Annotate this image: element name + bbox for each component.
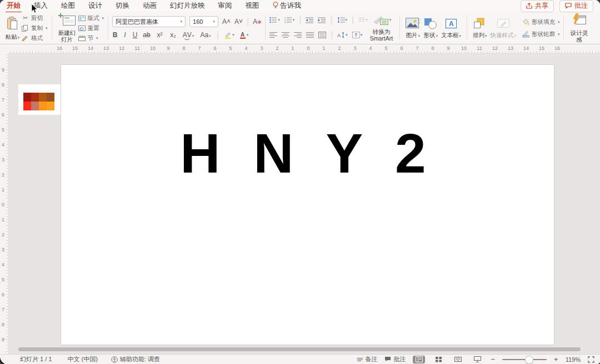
- hruler-number: 14: [523, 46, 529, 51]
- zoom-slider[interactable]: [502, 359, 547, 360]
- language-indicator[interactable]: 中文 (中国): [67, 355, 97, 363]
- new-slide-button[interactable]: 新建幻灯片: [56, 12, 78, 44]
- paste-button[interactable]: 粘贴▾: [3, 15, 22, 41]
- slide-sorter-view-button[interactable]: [432, 356, 444, 363]
- distribute-text-button[interactable]: [318, 32, 326, 38]
- shape-fill-button[interactable]: 形状填充▾: [522, 18, 560, 26]
- layout-button[interactable]: 版式▾: [78, 14, 104, 22]
- tab-transitions[interactable]: 切换: [116, 0, 129, 13]
- copy-button[interactable]: 复制▾: [22, 24, 48, 32]
- tab-design[interactable]: 设计: [88, 0, 102, 13]
- lightbulb-icon: [273, 2, 278, 11]
- normal-view-button[interactable]: [413, 356, 425, 363]
- tab-animations[interactable]: 动画: [143, 0, 157, 13]
- tab-view[interactable]: 视图: [246, 0, 259, 13]
- reading-view-button[interactable]: [452, 356, 464, 363]
- tab-review[interactable]: 审阅: [218, 0, 232, 13]
- tab-label: 切换: [116, 1, 129, 11]
- scissors-icon: ✂: [22, 14, 29, 22]
- vertical-ruler: 9876543210123456789: [0, 53, 9, 354]
- hruler-number: 2: [338, 46, 341, 51]
- svg-text:A: A: [241, 32, 244, 38]
- format-painter-button[interactable]: 格式: [22, 34, 48, 42]
- section-button[interactable]: 节▾: [78, 34, 104, 42]
- slideshow-view-button[interactable]: [471, 356, 483, 363]
- strikethrough-button[interactable]: ab: [143, 31, 151, 39]
- change-case-button[interactable]: Aa▾: [199, 31, 212, 39]
- highlight-color-button[interactable]: ▾: [224, 32, 234, 39]
- line-spacing-button[interactable]: ▾: [337, 17, 348, 23]
- notes-button[interactable]: 备注: [356, 355, 377, 363]
- align-center-button[interactable]: [282, 32, 289, 38]
- comments-filled-icon: [384, 356, 391, 362]
- character-spacing-button[interactable]: A͜V▾: [182, 31, 194, 39]
- quick-styles-label: 快速样式: [490, 32, 513, 38]
- superscript-button[interactable]: x²: [156, 31, 164, 39]
- workspace: 1615141312111098765432101234567891011121…: [0, 45, 600, 354]
- comments-toggle-button[interactable]: 批注: [384, 355, 406, 363]
- smartart-graphic-icon[interactable]: ▾: [372, 14, 392, 26]
- align-text-button[interactable]: ▾: [352, 32, 363, 38]
- slide-canvas[interactable]: H N Y 2: [61, 65, 554, 345]
- hruler-number: 1: [291, 46, 294, 51]
- arrange-button[interactable]: 排列▾: [471, 17, 489, 39]
- shapes-button[interactable]: 形状▾: [422, 17, 439, 39]
- picture-button[interactable]: 图片▾: [404, 17, 422, 39]
- zoom-slider-knob[interactable]: [525, 356, 533, 364]
- comments-button[interactable]: 批注: [559, 0, 593, 12]
- tab-draw[interactable]: 绘图: [61, 0, 75, 13]
- zoom-out-button[interactable]: −: [491, 355, 495, 363]
- convert-to-smartart-label[interactable]: 转换为 SmartArt: [367, 28, 396, 42]
- font-name-select[interactable]: 阿里巴巴普惠体▾: [112, 16, 186, 27]
- shape-outline-button[interactable]: 形状轮廓▾: [522, 31, 560, 38]
- tab-label: 审阅: [218, 1, 232, 11]
- increase-font-size-button[interactable]: A˄: [222, 18, 231, 26]
- tab-label: 幻灯片放映: [170, 1, 205, 11]
- textbox-button[interactable]: A 文本框▾: [439, 17, 463, 39]
- tab-slideshow[interactable]: 幻灯片放映: [170, 0, 205, 13]
- hruler-number: 4: [244, 46, 247, 51]
- accessibility-status[interactable]: 辅助功能: 调查: [111, 355, 160, 363]
- palette-swatch: [47, 93, 54, 102]
- fit-to-window-icon[interactable]: [588, 356, 594, 363]
- tab-home[interactable]: 开始: [7, 0, 21, 13]
- underline-button[interactable]: U: [132, 31, 138, 39]
- subscript-button[interactable]: x₂: [169, 31, 177, 39]
- quick-styles-button[interactable]: 快速样式▾: [488, 17, 518, 39]
- text-direction-button[interactable]: A▾: [337, 32, 348, 38]
- columns-button[interactable]: ▾: [358, 17, 368, 23]
- font-size-select[interactable]: 160▾: [189, 16, 218, 27]
- italic-button[interactable]: I: [123, 31, 127, 39]
- justify-button[interactable]: [306, 32, 314, 38]
- zoom-in-button[interactable]: +: [554, 355, 558, 363]
- clear-formatting-button[interactable]: A✱: [253, 18, 261, 26]
- arrange-label: 排列: [473, 32, 484, 38]
- vruler-number: 6: [2, 292, 4, 297]
- align-right-button[interactable]: [294, 32, 302, 38]
- design-ideas-group: 设计灵感: [566, 13, 592, 43]
- picture-icon: [406, 18, 420, 31]
- numbering-button[interactable]: 123▾: [284, 17, 295, 23]
- font-group: 阿里巴巴普惠体▾ 160▾ A˄ A˅ | A✱ B I U ab x²: [110, 13, 263, 43]
- offslide-image[interactable]: [18, 84, 61, 115]
- decrease-font-size-button[interactable]: A˅: [234, 18, 243, 26]
- design-ideas-button[interactable]: 设计灵感: [568, 12, 590, 44]
- increase-indent-button[interactable]: [318, 17, 326, 23]
- tab-tell-me[interactable]: 告诉我: [273, 0, 302, 13]
- slide-title-text[interactable]: H N Y 2: [61, 123, 554, 184]
- menu-tabs: 开始插入绘图设计切换动画幻灯片放映审阅视图告诉我: [7, 0, 301, 13]
- font-color-button[interactable]: A ▾: [239, 32, 249, 39]
- bullets-button[interactable]: ▾: [269, 17, 280, 23]
- vruler-number: 1: [2, 187, 4, 193]
- vruler-number: 6: [2, 112, 4, 118]
- vruler-number: 7: [2, 307, 4, 312]
- share-button[interactable]: 共享: [521, 0, 554, 12]
- vruler-number: 0: [2, 202, 4, 208]
- format-painter-icon: [22, 35, 29, 42]
- align-left-button[interactable]: [269, 32, 277, 38]
- horizontal-scrollbar[interactable]: [18, 347, 581, 351]
- reset-button[interactable]: 重置: [78, 24, 104, 32]
- bold-button[interactable]: B: [112, 31, 118, 39]
- textbox-label: 文本框: [441, 32, 459, 38]
- decrease-indent-button[interactable]: [306, 17, 313, 23]
